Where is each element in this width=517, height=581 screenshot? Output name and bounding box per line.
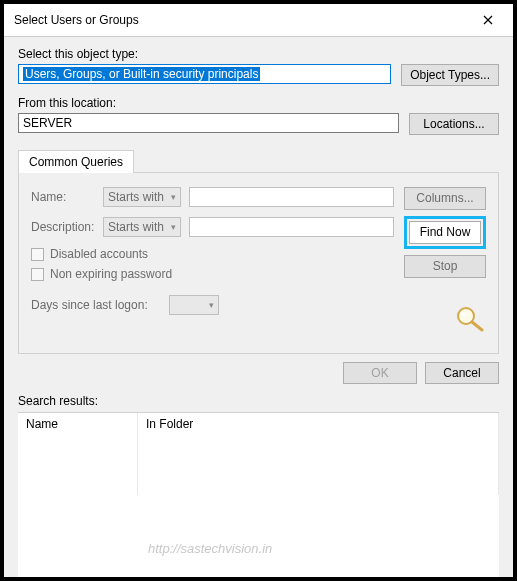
query-panel: Name: Starts with ▾ Description: Starts …	[18, 172, 499, 354]
description-mode-combo[interactable]: Starts with ▾	[103, 217, 181, 237]
object-type-value: Users, Groups, or Built-in security prin…	[23, 67, 260, 81]
search-results-label: Search results:	[18, 392, 499, 412]
chevron-down-icon: ▾	[209, 300, 214, 310]
non-expiring-checkbox[interactable]	[31, 268, 44, 281]
non-expiring-label: Non expiring password	[50, 267, 172, 281]
columns-button[interactable]: Columns...	[404, 187, 486, 210]
cancel-button[interactable]: Cancel	[425, 362, 499, 384]
chevron-down-icon: ▾	[171, 192, 176, 202]
days-since-combo[interactable]: ▾	[169, 295, 219, 315]
column-name[interactable]: Name	[18, 413, 138, 495]
description-input[interactable]	[189, 217, 394, 237]
object-type-label: Select this object type:	[18, 47, 499, 61]
location-field[interactable]: SERVER	[18, 113, 399, 133]
object-type-field[interactable]: Users, Groups, or Built-in security prin…	[18, 64, 391, 84]
name-input[interactable]	[189, 187, 394, 207]
search-icon	[452, 304, 486, 339]
ok-button[interactable]: OK	[343, 362, 417, 384]
locations-button[interactable]: Locations...	[409, 113, 499, 135]
results-header: Name In Folder	[18, 412, 499, 495]
close-icon	[483, 15, 493, 25]
window-title: Select Users or Groups	[14, 13, 139, 27]
tab-common-queries[interactable]: Common Queries	[18, 150, 134, 173]
disabled-accounts-checkbox[interactable]	[31, 248, 44, 261]
object-types-button[interactable]: Object Types...	[401, 64, 499, 86]
description-label: Description:	[31, 220, 95, 234]
location-label: From this location:	[18, 96, 499, 110]
name-mode-combo[interactable]: Starts with ▾	[103, 187, 181, 207]
watermark-text: http://sastechvision.in	[148, 541, 272, 556]
results-list: http://sastechvision.in	[18, 495, 499, 577]
name-label: Name:	[31, 190, 95, 204]
stop-button[interactable]: Stop	[404, 255, 486, 278]
find-now-button[interactable]: Find Now	[409, 221, 481, 244]
chevron-down-icon: ▾	[171, 222, 176, 232]
column-in-folder[interactable]: In Folder	[138, 413, 499, 495]
close-button[interactable]	[473, 10, 503, 30]
disabled-accounts-label: Disabled accounts	[50, 247, 148, 261]
titlebar: Select Users or Groups	[4, 4, 513, 37]
find-now-highlight: Find Now	[404, 216, 486, 249]
days-since-label: Days since last logon:	[31, 298, 161, 312]
svg-point-1	[461, 312, 467, 316]
